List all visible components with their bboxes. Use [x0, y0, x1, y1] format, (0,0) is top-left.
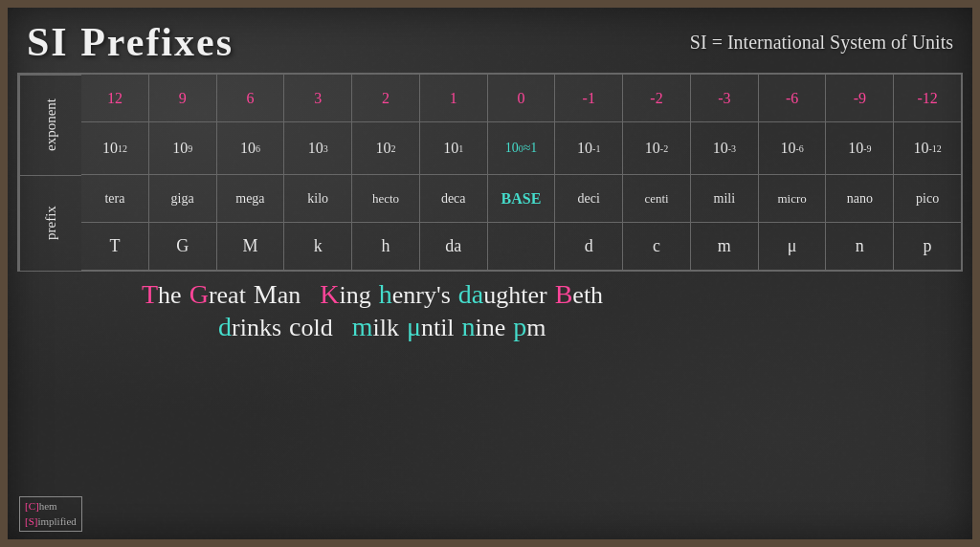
pow-6: 106 — [217, 122, 285, 175]
mnemonic-area: The Great Man King henry's daughter Beth — [8, 272, 972, 346]
mnemonic-The: The — [142, 279, 182, 310]
main-title: SI Prefixes — [27, 19, 234, 65]
exp-neg12: -12 — [894, 75, 962, 122]
exp-neg2: -2 — [623, 75, 691, 122]
exp-3: 3 — [284, 75, 352, 122]
sym-M: M — [217, 223, 285, 271]
pow-1: 101 — [420, 122, 488, 175]
prefix-micro: micro — [759, 175, 827, 223]
exp-neg3: -3 — [691, 75, 759, 122]
pow-neg3: 10-3 — [691, 122, 759, 175]
mnemonic-henrys: henry's — [379, 279, 451, 310]
prefix-kilo: kilo — [284, 175, 352, 223]
mnemonic-King: King — [320, 279, 370, 310]
sym-mu: μ — [759, 223, 827, 271]
pow-2: 102 — [352, 122, 420, 175]
mnemonic-line1: The Great Man King henry's daughter Beth — [27, 279, 953, 310]
subtitle: SI = International System of Units — [690, 32, 953, 54]
exp-neg9: -9 — [826, 75, 894, 122]
prefix-deci: deci — [555, 175, 623, 223]
mnemonic-Man: Man — [254, 279, 301, 310]
exp-9: 9 — [149, 75, 217, 122]
logo-line1: [C]hem — [25, 499, 77, 514]
mnemonic-Great: Great — [189, 279, 246, 310]
exp-0: 0 — [488, 75, 556, 122]
sym-p: p — [894, 223, 962, 271]
pow-0: 100≈1 — [488, 122, 556, 175]
sym-k: k — [284, 223, 352, 271]
exponent-label: exponent — [19, 75, 81, 175]
sym-base — [488, 223, 556, 271]
prefix-base: BASE — [488, 175, 556, 223]
pow-neg6: 10-6 — [759, 122, 827, 175]
exp-12: 12 — [81, 75, 149, 122]
pow-12: 1012 — [81, 122, 149, 175]
chalkboard: SI Prefixes SI = International System of… — [0, 0, 980, 547]
exp-1: 1 — [420, 75, 488, 122]
mnemonic-line2: drinks cold milk μntil nine pm — [27, 312, 953, 342]
table-container: exponent 12 9 6 3 2 1 0 -1 -2 -3 -6 -9 -… — [17, 73, 963, 272]
pow-3: 103 — [284, 122, 352, 175]
sym-m: m — [691, 223, 759, 271]
sym-n: n — [826, 223, 894, 271]
mnemonic-pm: pm — [513, 312, 546, 342]
exp-neg6: -6 — [759, 75, 827, 122]
sym-h: h — [352, 223, 420, 271]
prefix-hecto: hecto — [352, 175, 420, 223]
mnemonic-cold: cold — [289, 312, 333, 342]
exp-neg1: -1 — [555, 75, 623, 122]
prefix-label: prefix — [19, 175, 81, 271]
mnemonic-until: μntil — [407, 312, 455, 342]
pow-neg2: 10-2 — [623, 122, 691, 175]
mnemonic-Beth: Beth — [555, 279, 603, 310]
prefix-mega: mega — [217, 175, 285, 223]
pow-neg9: 10-9 — [826, 122, 894, 175]
prefix-giga: giga — [149, 175, 217, 223]
mnemonic-nine: nine — [462, 312, 506, 342]
sym-c: c — [623, 223, 691, 271]
exp-6: 6 — [217, 75, 285, 122]
sym-d: d — [555, 223, 623, 271]
header: SI Prefixes SI = International System of… — [8, 8, 972, 73]
prefix-pico: pico — [894, 175, 962, 223]
table-grid: exponent 12 9 6 3 2 1 0 -1 -2 -3 -6 -9 -… — [18, 74, 962, 271]
prefix-mili: mili — [691, 175, 759, 223]
prefix-nano: nano — [826, 175, 894, 223]
mnemonic-daughter: daughter — [458, 279, 547, 310]
prefix-tera: tera — [81, 175, 149, 223]
logo-line2: [S]implified — [25, 514, 77, 529]
prefix-centi: centi — [623, 175, 691, 223]
exp-2: 2 — [352, 75, 420, 122]
pow-neg1: 10-1 — [555, 122, 623, 175]
pow-neg12: 10-12 — [894, 122, 962, 175]
sym-da: da — [420, 223, 488, 271]
sym-T: T — [81, 223, 149, 271]
prefix-deca: deca — [420, 175, 488, 223]
logo: [C]hem [S]implified — [19, 496, 82, 532]
mnemonic-milk: milk — [352, 312, 399, 342]
mnemonic-drinks: drinks — [218, 312, 281, 342]
sym-G: G — [149, 223, 217, 271]
pow-9: 109 — [149, 122, 217, 175]
